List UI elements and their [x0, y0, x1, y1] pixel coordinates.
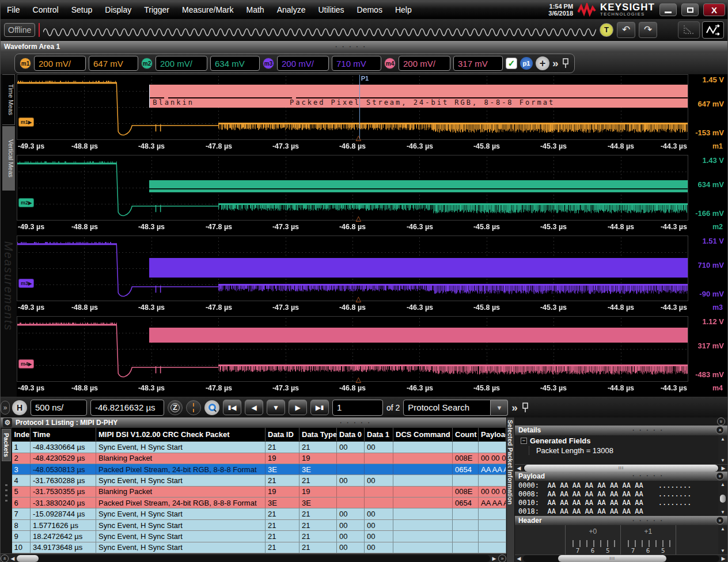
nav-next-button[interactable]: ▶	[289, 400, 307, 415]
payload-vertical-scrollbar[interactable]: ▲▼	[718, 481, 727, 516]
col-data1[interactable]: Data 1	[365, 428, 393, 442]
tree-collapse-icon[interactable]: −	[521, 438, 527, 444]
channel-handle-m4[interactable]: m4▶	[18, 359, 34, 369]
menu-analyze[interactable]: Analyze	[271, 1, 312, 18]
table-row[interactable]: 6-31.3830240 µsPacked Pixel Stream, 24-b…	[12, 498, 506, 508]
m4-offset-field[interactable]: 317 mV	[453, 56, 503, 71]
col-data-id[interactable]: Data ID	[266, 428, 299, 442]
nav-prev-button[interactable]: ◀	[245, 400, 263, 415]
channel-handle-m3[interactable]: m3▶	[18, 279, 34, 288]
waveform-plot-m3[interactable]: △ m3▶	[17, 236, 688, 301]
menu-math[interactable]: Math	[240, 1, 271, 18]
col-data0[interactable]: Data 0	[337, 428, 365, 442]
table-row[interactable]: 2-48.4230529 µsBlanking Packet1919008E00…	[12, 453, 506, 464]
gear-icon[interactable]: ⚙	[3, 418, 12, 427]
m4-scale-field[interactable]: 200 mV/	[399, 56, 450, 71]
titlebar-grip-dots[interactable]: · · · · ·	[632, 427, 664, 434]
search-type-field[interactable]: Protocol Search	[403, 400, 491, 416]
p1-visible-checkbox[interactable]: ✓	[506, 58, 517, 69]
channel-badge-m1[interactable]: m1	[20, 58, 31, 69]
tab-time-meas[interactable]: Time Meas	[2, 74, 15, 125]
channel-badge-m4[interactable]: m4	[384, 58, 396, 69]
scroll-left-arrow[interactable]: ◀	[9, 556, 17, 561]
timebase-position-field[interactable]: -46.8216632 µs	[90, 400, 164, 416]
tab-vertical-meas[interactable]: Vertical Meas	[2, 126, 15, 191]
nav-stop-button[interactable]: ▼	[267, 400, 285, 415]
table-row[interactable]: 4-31.7630288 µsSync Event, H Sync Start2…	[12, 475, 506, 486]
search-result-index-field[interactable]: 1	[332, 400, 383, 416]
details-vertical-scrollbar[interactable]: ▲▼	[718, 435, 727, 464]
table-row-selected[interactable]: 3-48.0530813 µsPacked Pixel Stream, 24-b…	[12, 464, 506, 474]
table-row[interactable]: 81.5771626 µsSync Event, H Sync Start212…	[12, 519, 506, 530]
col-payload[interactable]: Payload	[479, 428, 506, 442]
m2-offset-field[interactable]: 634 mV	[210, 56, 260, 71]
collapse-payload-chevron[interactable]: »	[716, 472, 724, 480]
scroll-right-arrow[interactable]: ▶	[719, 465, 727, 471]
channel-badge-m3[interactable]: m3	[263, 58, 274, 69]
col-time[interactable]: Time	[31, 428, 96, 442]
menu-help[interactable]: Help	[389, 1, 418, 18]
zoom-reset-button[interactable]: Z	[168, 400, 183, 415]
waveform-display-icon-button[interactable]	[702, 21, 724, 39]
expand-right-chevron[interactable]: »	[498, 555, 506, 562]
inspector-horizontal-scrollbar[interactable]: ◀ III ▶	[515, 555, 727, 562]
search-type-dropdown-button[interactable]: ▼	[491, 400, 508, 416]
menu-display[interactable]: Display	[98, 1, 138, 18]
m2-scale-field[interactable]: 200 mV/	[156, 56, 207, 71]
nav-pin-icon[interactable]	[521, 402, 529, 413]
channel-badge-m2[interactable]: m2	[141, 58, 153, 69]
more-chevron-button[interactable]: »	[552, 57, 559, 70]
menu-utilities[interactable]: Utilities	[312, 1, 350, 18]
table-row[interactable]: 5-31.7530355 µsBlanking Packet1919008E00…	[12, 486, 506, 497]
expand-left-panel-button[interactable]: »	[1, 401, 10, 415]
undo-button[interactable]: ↶	[617, 22, 635, 38]
pin-icon[interactable]	[562, 58, 570, 69]
selected-packet-info-tab[interactable]: Selected Packet Information	[506, 417, 515, 562]
tab-packets[interactable]: Packets	[2, 429, 11, 461]
titlebar-grip-dots[interactable]: · · · · ·	[335, 44, 367, 50]
menu-measure-mark[interactable]: Measure/Mark	[176, 1, 240, 18]
col-index[interactable]: Index	[12, 428, 31, 442]
grid-display-icon-button[interactable]	[678, 21, 700, 39]
collapse-details-chevron[interactable]: »	[716, 426, 724, 434]
channel-handle-m2[interactable]: m2▶	[18, 198, 34, 207]
maximize-button[interactable]	[681, 3, 699, 16]
horizontal-settings-button[interactable]: H	[12, 400, 27, 415]
menu-demos[interactable]: Demos	[351, 1, 389, 18]
header-vertical-scrollbar[interactable]: ▲▼	[718, 525, 727, 554]
scroll-left-arrow[interactable]: ◀	[515, 556, 523, 561]
menu-file[interactable]: File	[1, 1, 26, 18]
collapse-panel-chevron[interactable]: »	[717, 417, 725, 426]
collapse-header-chevron[interactable]: »	[716, 517, 724, 525]
waveform-plot-m1[interactable]: Blankin Packed Pixel Stream, 24-bit RGB,…	[17, 74, 688, 140]
m3-scale-field[interactable]: 200 mV/	[277, 56, 329, 71]
menu-control[interactable]: Control	[26, 1, 65, 18]
collapse-left-chevron[interactable]: »	[1, 555, 9, 562]
table-row[interactable]: 7-15.0928744 µsSync Event, H Sync Start2…	[12, 508, 506, 519]
p1-badge[interactable]: p1	[520, 57, 533, 70]
redo-button[interactable]: ↷	[639, 22, 657, 38]
col-packet[interactable]: MIPI DSI V1.02.00 CRC Check Packet	[96, 428, 266, 442]
time-reference-button[interactable]	[186, 400, 201, 415]
timebase-scale-field[interactable]: 500 ns/	[31, 400, 87, 416]
nav-first-button[interactable]: ▮◀	[223, 400, 241, 415]
scroll-right-arrow[interactable]: ▶	[490, 556, 498, 561]
m1-scale-field[interactable]: 200 mV/	[34, 56, 86, 71]
waveform-plot-m2[interactable]: △ m2▶	[17, 155, 688, 221]
channel-handle-m1[interactable]: m1▶	[18, 117, 34, 127]
table-row[interactable]: 1034.9173648 µsSync Event, H Sync Start2…	[12, 542, 506, 553]
offline-button[interactable]: Offline	[4, 23, 35, 37]
nav-last-button[interactable]: ▶▮	[310, 400, 329, 415]
titlebar-grip-dots[interactable]: · · · · ·	[340, 420, 371, 426]
drag-grip-dots[interactable]	[5, 484, 7, 505]
col-count[interactable]: Count	[453, 428, 479, 442]
m1-offset-field[interactable]: 647 mV	[89, 56, 138, 71]
menu-trigger[interactable]: Trigger	[138, 1, 176, 18]
scroll-right-arrow[interactable]: ▶	[719, 556, 727, 561]
table-row[interactable]: 1-48.4330664 µsSync Event, H Sync Start2…	[12, 442, 506, 453]
menu-setup[interactable]: Setup	[65, 1, 99, 18]
nav-more-chevron[interactable]: »	[511, 401, 518, 414]
scroll-left-arrow[interactable]: ◀	[515, 465, 523, 471]
zoom-search-button[interactable]	[204, 400, 219, 415]
col-data-type[interactable]: Data Type	[299, 428, 337, 442]
